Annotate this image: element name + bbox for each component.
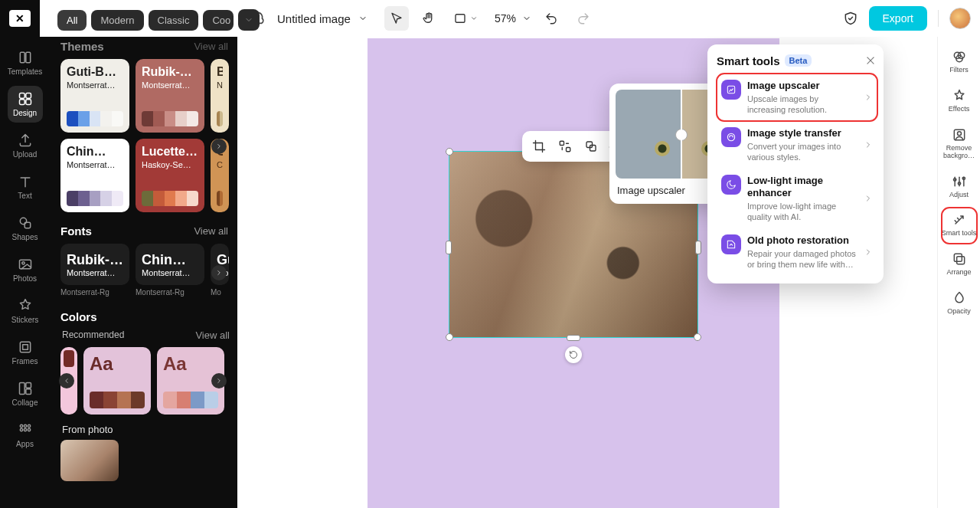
resize-canvas-dropdown[interactable] (449, 6, 482, 31)
category-tabs: All Modern Classic Coo (57, 6, 260, 34)
tool-old-photo[interactable]: Old photo restoration Repair your damage… (717, 228, 877, 276)
resize-handle-bl[interactable] (446, 333, 453, 341)
colors-next[interactable] (211, 373, 227, 388)
colors-viewall[interactable]: View all (195, 329, 230, 341)
rotate-handle[interactable] (565, 346, 582, 363)
export-button[interactable]: Export (869, 6, 927, 31)
tab-cool-partial[interactable]: Coo (203, 10, 234, 31)
svg-rect-2 (25, 52, 30, 62)
rr-arrange[interactable]: Arrange (942, 247, 977, 283)
tool-low-light[interactable]: Low-light image enhancer Improve low-lig… (717, 169, 877, 228)
svg-rect-25 (590, 146, 596, 152)
chevron-right-icon (864, 140, 873, 149)
app-logo[interactable]: ✕ (0, 0, 40, 37)
rr-effects[interactable]: Effects (942, 84, 977, 120)
fonts-viewall[interactable]: View all (194, 225, 228, 237)
rail-text[interactable]: Text (8, 169, 43, 205)
resize-handle-ml[interactable] (446, 241, 452, 254)
canvas-toolbar: 57% (384, 6, 596, 31)
theme-card[interactable]: Chin…Montserrat… (60, 139, 129, 212)
replace-button[interactable] (554, 136, 576, 157)
svg-point-21 (28, 428, 30, 431)
top-bar: ✕ All Modern Classic Coo Untitled image … (0, 0, 980, 37)
theme-card[interactable]: Guti-B…Montserrat… (60, 59, 129, 133)
themes-row-2: Chin…Montserrat…Lucette…Haskoy-Se…CaCle (60, 139, 230, 212)
rr-filters[interactable]: Filters (942, 44, 977, 80)
smart-tools-title: Smart tools (717, 54, 780, 67)
color-card[interactable]: Aa (83, 347, 151, 415)
select-tool[interactable] (384, 6, 409, 31)
colors-recommended: Recommended (62, 329, 124, 341)
theme-card[interactable]: Lucette…Haskoy-Se… (136, 139, 204, 212)
rail-stickers[interactable]: Stickers (8, 293, 43, 329)
rail-apps[interactable]: Apps (8, 417, 43, 454)
svg-point-29 (727, 134, 734, 141)
svg-rect-14 (25, 383, 31, 388)
chevron-down-icon (358, 14, 368, 23)
resize-handle-br[interactable] (694, 333, 701, 341)
tool-style-transfer[interactable]: Image style transfer Convert your images… (717, 121, 877, 169)
svg-rect-4 (25, 93, 31, 99)
tab-modern[interactable]: Modern (91, 10, 143, 31)
left-nav-rail: Templates Design Upload Text Shapes Phot… (0, 37, 50, 508)
font-card[interactable]: Chin…Montserrat…Montserrat-Rg (136, 244, 204, 297)
upscaler-icon (721, 80, 741, 100)
svg-rect-5 (19, 100, 24, 105)
undo-button[interactable] (539, 6, 564, 31)
svg-rect-9 (19, 260, 31, 269)
tool-image-upscaler[interactable]: Image upscaler Upscale images by increas… (717, 74, 877, 121)
resize-handle-tl[interactable] (446, 148, 453, 156)
svg-point-16 (20, 424, 22, 427)
rail-frames[interactable]: Frames (8, 334, 43, 371)
rail-templates[interactable]: Templates (8, 44, 43, 81)
tab-classic[interactable]: Classic (149, 10, 199, 31)
beta-badge: Beta (785, 54, 812, 67)
rr-opacity[interactable]: Opacity (942, 286, 977, 322)
themes-viewall[interactable]: View all (194, 41, 228, 52)
right-rail: Filters Effects Remove backgro… Adjust S… (937, 37, 980, 508)
chevron-right-icon (864, 93, 873, 102)
shield-icon[interactable] (843, 11, 858, 26)
svg-rect-15 (25, 389, 31, 395)
style-transfer-icon (721, 127, 741, 147)
resize-handle-mb[interactable] (567, 335, 580, 341)
hand-tool[interactable] (416, 6, 441, 31)
detach-button[interactable] (580, 136, 602, 157)
theme-card[interactable]: Rubik-…Montserrat… (136, 59, 204, 133)
resize-handle-mr[interactable] (695, 241, 701, 254)
svg-rect-13 (19, 383, 24, 395)
theme-card[interactable]: BoNe (211, 59, 229, 133)
canvas-area[interactable]: ⋯ Image upscaler Smart tools Beta (237, 37, 937, 508)
design-panel: Themes View all Guti-B…Montserrat…Rubik-… (50, 37, 237, 508)
tabs-more[interactable] (238, 9, 260, 31)
fonts-title: Fonts (60, 225, 92, 238)
rr-remove-bg[interactable]: Remove backgro… (942, 123, 977, 166)
rr-adjust[interactable]: Adjust (942, 169, 977, 205)
crop-button[interactable] (528, 136, 550, 157)
rail-collage[interactable]: Collage (8, 375, 43, 412)
font-card[interactable]: Rubik-…Montserrat…Montserrat-Rg (60, 244, 129, 297)
fonts-next[interactable] (211, 265, 227, 280)
themes-row-1: Guti-B…Montserrat…Rubik-…Montserrat…BoNe (60, 59, 230, 133)
rail-upload[interactable]: Upload (8, 127, 43, 164)
document-title[interactable]: Untitled image (277, 12, 368, 25)
zoom-control[interactable]: 57% (495, 12, 531, 25)
chevron-right-icon (864, 247, 873, 257)
user-avatar[interactable] (949, 8, 971, 29)
rail-photos[interactable]: Photos (8, 251, 43, 288)
rail-design[interactable]: Design (8, 86, 43, 123)
low-light-icon (721, 175, 741, 195)
tab-all[interactable]: All (57, 10, 87, 31)
fonts-row: Rubik-…Montserrat…Montserrat-RgChin…Mont… (60, 244, 230, 297)
rr-smart-tools[interactable]: Smart tools (942, 208, 977, 244)
svg-point-7 (20, 218, 26, 224)
themes-title: Themes (60, 40, 104, 53)
redo-button[interactable] (571, 6, 596, 31)
from-photo-thumb[interactable] (60, 440, 119, 481)
colors-prev[interactable] (59, 373, 74, 388)
svg-point-17 (24, 424, 26, 427)
close-icon[interactable] (864, 54, 877, 67)
svg-point-18 (28, 424, 30, 427)
rail-shapes[interactable]: Shapes (8, 210, 43, 247)
themes-next[interactable] (211, 139, 227, 154)
